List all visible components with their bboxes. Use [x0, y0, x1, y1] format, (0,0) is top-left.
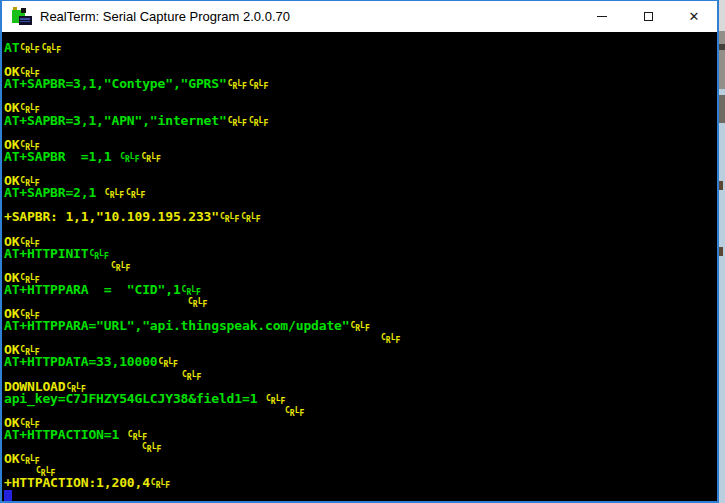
terminal-line: AT+HTTPACTION=1 CRLF	[4, 429, 717, 441]
terminal-line: +SAPBR: 1,1,"10.109.195.233"CRLFCRLF	[4, 211, 717, 223]
crlf-marker: CRLF	[120, 153, 139, 165]
terminal-line: OKCRLF	[4, 175, 717, 187]
terminal-text: AT+HTTPACTION=1	[4, 427, 127, 442]
crlf-marker: CRLF	[126, 189, 145, 201]
terminal-line	[4, 489, 717, 501]
terminal-line: AT+SAPBR=3,1,"APN","internet"CRLFCRLF	[4, 115, 717, 127]
terminal-text: AT+SAPBR=2,1	[4, 185, 104, 200]
crlf-marker: CRLF	[42, 44, 61, 56]
crlf-marker: CRLF	[249, 80, 268, 92]
terminal-line: CRLF	[187, 296, 717, 308]
terminal-line	[4, 163, 717, 175]
crlf-marker: CRLF	[141, 153, 160, 165]
terminal-text: AT+HTTPPARA = "CID",1	[4, 282, 181, 297]
terminal-line	[4, 54, 717, 66]
crlf-marker: CRLF	[249, 117, 268, 129]
terminal-line: ATCRLFCRLF	[4, 42, 717, 54]
terminal-line: AT+HTTPPARA="URL","api.thingspeak.com/up…	[4, 320, 717, 332]
crlf-marker: CRLF	[20, 44, 39, 56]
crlf-marker: CRLF	[266, 395, 285, 407]
terminal-line: CRLF	[110, 260, 717, 272]
terminal-text: OK	[4, 451, 19, 466]
crlf-marker: CRLF	[228, 117, 247, 129]
minimize-icon	[597, 16, 607, 17]
crlf-marker: CRLF	[285, 407, 304, 419]
terminal-line: AT+SAPBR =1,1 CRLFCRLF	[4, 151, 717, 163]
background-fragment	[719, 0, 725, 31]
title-bar[interactable]: RealTerm: Serial Capture Program 2.0.0.7…	[2, 1, 717, 32]
terminal-line: CRLF	[284, 405, 717, 417]
caption-buttons: ✕	[579, 1, 717, 32]
terminal-line: AT+SAPBR=3,1,"Contype","GPRS"CRLFCRLF	[4, 78, 717, 90]
crlf-marker: CRLF	[228, 80, 247, 92]
terminal-cursor	[4, 490, 12, 501]
window-title: RealTerm: Serial Capture Program 2.0.0.7…	[40, 9, 290, 24]
crlf-marker: CRLF	[89, 250, 108, 262]
terminal-line: api_key=C7JFHZY54GLCJY38&field1=1 CRLF	[4, 393, 717, 405]
maximize-button[interactable]	[625, 1, 671, 32]
terminal-line: +HTTPACTION:1,200,4CRLF	[4, 477, 717, 489]
crlf-marker: CRLF	[350, 322, 369, 334]
terminal-line: AT+HTTPDATA=33,10000CRLF	[4, 356, 717, 368]
terminal-line: AT+SAPBR=2,1 CRLFCRLF	[4, 187, 717, 199]
crlf-marker: CRLF	[159, 358, 178, 370]
terminal-line	[4, 223, 717, 235]
terminal-text: api_key=C7JFHZY54GLCJY38&field1=1	[4, 391, 265, 406]
terminal-text: AT+SAPBR =1,1	[4, 149, 119, 164]
terminal-line: OKCRLF	[4, 453, 717, 465]
app-icon	[12, 7, 32, 27]
crlf-marker: CRLF	[105, 189, 124, 201]
background-fragment	[719, 247, 723, 256]
background-fragment	[719, 95, 725, 123]
terminal-line: CRLF	[380, 332, 717, 344]
terminal-line: AT+HTTPPARA = "CID",1CRLF	[4, 284, 717, 296]
terminal-text: AT+HTTPPARA="URL","api.thingspeak.com/up…	[4, 318, 349, 333]
terminal-text: AT	[4, 40, 19, 55]
crlf-marker: CRLF	[241, 213, 260, 225]
terminal-line	[4, 127, 717, 139]
background-fragment	[719, 44, 725, 50]
terminal-line: AT+HTTPINITCRLF	[4, 248, 717, 260]
background-window-sliver	[719, 0, 725, 503]
terminal-text: AT+HTTPINIT	[4, 246, 88, 261]
close-button[interactable]: ✕	[671, 1, 717, 32]
maximize-icon	[644, 12, 653, 21]
terminal-line: OKCRLF	[4, 236, 717, 248]
terminal-line: CRLF	[181, 369, 717, 381]
crlf-marker: CRLF	[220, 213, 239, 225]
background-fragment	[719, 181, 723, 190]
terminal-text: +HTTPACTION:1,200,4	[4, 475, 150, 490]
crlf-marker: CRLF	[151, 479, 170, 491]
crlf-marker: CRLF	[142, 443, 161, 455]
realterm-window: RealTerm: Serial Capture Program 2.0.0.7…	[0, 0, 719, 503]
terminal-line	[4, 90, 717, 102]
terminal-output[interactable]: ATCRLFCRLFOKCRLFAT+SAPBR=3,1,"Contype","…	[2, 32, 717, 501]
crlf-marker: CRLF	[381, 334, 400, 346]
crlf-marker: CRLF	[182, 371, 201, 383]
crlf-marker: CRLF	[188, 298, 207, 310]
close-icon: ✕	[689, 10, 700, 23]
minimize-button[interactable]	[579, 1, 625, 32]
terminal-text: +SAPBR: 1,1,"10.109.195.233"	[4, 209, 219, 224]
background-fragment	[719, 31, 725, 89]
crlf-marker: CRLF	[111, 262, 130, 274]
terminal-line: CRLF	[141, 441, 717, 453]
